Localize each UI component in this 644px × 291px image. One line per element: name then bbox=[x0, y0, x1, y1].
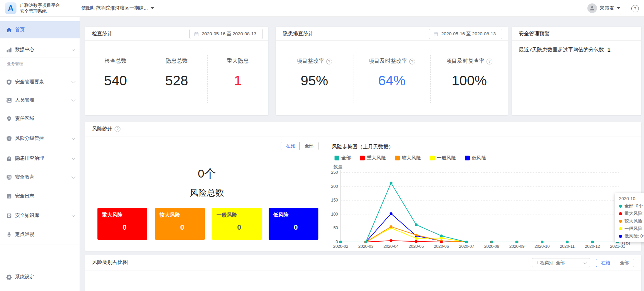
toggle-all[interactable]: 全部 bbox=[300, 142, 319, 150]
hazard-date-range-picker[interactable]: 2020-05-16 至 2020-08-13 bbox=[429, 29, 502, 39]
question-icon[interactable] bbox=[326, 59, 332, 64]
stat-value: 100% bbox=[431, 73, 508, 88]
legend-swatch bbox=[335, 156, 339, 160]
top-header: A 广联达数字项目平台 安全管理系统 信阳师范学院淮河校区一期建... 宋慧友 bbox=[0, 0, 644, 17]
chevron-down-icon bbox=[71, 136, 75, 140]
user-name: 宋慧友 bbox=[600, 5, 614, 11]
toggle-in-progress[interactable]: 在施 bbox=[596, 259, 615, 267]
sidebar-item-safety-elements[interactable]: 安全管理要素 bbox=[0, 75, 80, 89]
sidebar-divider bbox=[0, 58, 79, 58]
chevron-down-icon bbox=[71, 80, 75, 83]
risk-level-box[interactable]: 低风险0 bbox=[269, 208, 318, 240]
legend-swatch bbox=[465, 156, 470, 160]
chevron-down-icon bbox=[584, 261, 587, 265]
risk-box-value: 0 bbox=[273, 223, 318, 231]
stat-value: 540 bbox=[85, 73, 146, 88]
question-icon[interactable] bbox=[409, 59, 415, 64]
warning-card-title: 安全管理预警 bbox=[519, 31, 550, 37]
bar-chart-icon bbox=[6, 47, 12, 53]
svg-text:2020-06: 2020-06 bbox=[434, 244, 449, 249]
inspection-card-title: 检查统计 bbox=[92, 31, 113, 37]
stat-label: 检查总数 bbox=[105, 58, 127, 65]
question-icon[interactable] bbox=[487, 59, 492, 64]
tooltip-series-dot bbox=[619, 235, 622, 238]
svg-text:150: 150 bbox=[331, 198, 338, 203]
question-icon[interactable] bbox=[115, 126, 120, 132]
svg-text:100: 100 bbox=[331, 212, 338, 217]
calendar-icon bbox=[194, 32, 199, 37]
user-icon bbox=[589, 5, 595, 11]
risk-box-label: 重大风险 bbox=[102, 212, 147, 218]
chevron-down-icon bbox=[71, 47, 75, 51]
risk-level-box[interactable]: 重大风险0 bbox=[97, 208, 147, 240]
contacts-icon bbox=[6, 97, 12, 103]
project-selector-label: 信阳师范学院淮河校区一期建... bbox=[81, 5, 148, 11]
divider bbox=[85, 40, 268, 41]
toggle-in-progress[interactable]: 在施 bbox=[281, 142, 300, 150]
divider bbox=[85, 270, 641, 270]
stat-value: 1 bbox=[208, 73, 268, 88]
sidebar-item-home[interactable]: 首页 bbox=[0, 21, 80, 38]
stat-column: 项目整改率95% bbox=[276, 55, 353, 103]
patrol-icon bbox=[6, 232, 12, 238]
tooltip-series-dot bbox=[619, 212, 622, 215]
tooltip-row: 重大风险: 0个 bbox=[619, 210, 644, 217]
help-icon[interactable] bbox=[631, 5, 639, 12]
tooltip-series-value: 较大风险: 0个 bbox=[624, 218, 644, 224]
svg-text:2020-12: 2020-12 bbox=[585, 244, 600, 249]
tooltip-title: 2020-10 bbox=[619, 196, 644, 201]
tooltip-series-dot bbox=[619, 220, 622, 223]
stat-column: 项目及时复查率100% bbox=[430, 55, 508, 103]
sidebar-item-label: 责任区域 bbox=[15, 116, 34, 122]
divider bbox=[276, 40, 508, 41]
sidebar-item-fixed-patrol[interactable]: 定点巡视 bbox=[0, 228, 80, 241]
alarm-icon bbox=[6, 156, 12, 161]
project-selector[interactable]: 信阳师范学院淮河校区一期建... bbox=[81, 0, 154, 16]
chevron-down-icon bbox=[71, 98, 75, 101]
risk-level-box[interactable]: 较大风险0 bbox=[155, 208, 205, 240]
tooltip-row: 低风险: 0个 bbox=[619, 233, 644, 239]
sidebar-item-hazard-treatment[interactable]: 隐患排查治理 bbox=[0, 151, 80, 165]
app-screen: A 广联达数字项目平台 安全管理系统 信阳师范学院淮河校区一期建... 宋慧友 … bbox=[0, 0, 644, 291]
calendar-icon bbox=[433, 32, 438, 37]
sidebar-item-safety-education[interactable]: 安全教育 bbox=[0, 170, 80, 184]
log-icon bbox=[6, 193, 12, 199]
sidebar-item-personnel[interactable]: 人员管理 bbox=[0, 93, 80, 107]
chart-tooltip: 2020-10 全部: 0个重大风险: 0个较大风险: 0个一般风险: 0个低风… bbox=[615, 193, 644, 242]
project-type-select[interactable]: 工程类别: 全部 bbox=[532, 258, 590, 267]
user-menu[interactable]: 宋慧友 bbox=[587, 0, 620, 16]
sidebar-item-system-settings[interactable]: 系统设定 bbox=[0, 270, 80, 284]
tooltip-row: 一般风险: 0个 bbox=[619, 226, 644, 232]
divider bbox=[85, 136, 641, 136]
risk-level-box[interactable]: 一般风险0 bbox=[212, 208, 262, 240]
svg-text:2020-11: 2020-11 bbox=[560, 244, 575, 249]
chevron-down-icon bbox=[71, 213, 75, 217]
stat-column: 重大隐患1 bbox=[207, 55, 268, 103]
sidebar-item-knowledge-base[interactable]: 安全知识库 bbox=[0, 209, 80, 222]
divider bbox=[512, 40, 641, 41]
shield-arrow-icon bbox=[6, 136, 12, 142]
toggle-all[interactable]: 全部 bbox=[615, 259, 634, 267]
risk-statistics-card: 风险统计 在施 全部 0个 风险总数 重大风险0较大风险0一般风险0低风险0 风… bbox=[85, 122, 641, 251]
sidebar-item-label: 定点巡视 bbox=[15, 231, 34, 238]
project-type-select-label: 工程类别: 全部 bbox=[536, 260, 565, 266]
tooltip-series-value: 低风险: 0个 bbox=[624, 233, 644, 239]
sidebar-item-safety-log[interactable]: 安全日志 bbox=[0, 189, 80, 203]
svg-text:2020-09: 2020-09 bbox=[510, 244, 525, 249]
app-title-line2: 安全管理系统 bbox=[20, 8, 60, 14]
risk-category-card: 风险类别占比图 工程类别: 全部 在施 全部 bbox=[85, 255, 641, 291]
hazard-card-title: 隐患排查统计 bbox=[283, 31, 314, 37]
sidebar-item-label: 数据中心 bbox=[15, 47, 34, 53]
stat-label: 隐患总数 bbox=[166, 58, 188, 65]
inspection-stats-card: 检查统计 2020-05-16 至 2020-08-13 检查总数540隐患总数… bbox=[85, 27, 268, 115]
sidebar-item-data-center[interactable]: 数据中心 bbox=[0, 43, 80, 57]
sidebar-item-responsibility-area[interactable]: 责任区域 bbox=[0, 112, 80, 125]
sidebar-item-risk-control[interactable]: 风险分级管控 bbox=[0, 132, 80, 145]
risk-box-value: 0 bbox=[160, 223, 205, 231]
sidebar-item-label: 安全日志 bbox=[15, 193, 34, 199]
inspection-date-range-picker[interactable]: 2020-05-16 至 2020-08-13 bbox=[189, 29, 263, 39]
trend-line-chart[interactable]: 0501001502002502020-022020-032020-042020… bbox=[326, 160, 644, 250]
tooltip-series-value: 重大风险: 0个 bbox=[624, 210, 644, 217]
risk-total-label: 风险总数 bbox=[154, 187, 260, 198]
risk-box-label: 一般风险 bbox=[216, 212, 262, 218]
